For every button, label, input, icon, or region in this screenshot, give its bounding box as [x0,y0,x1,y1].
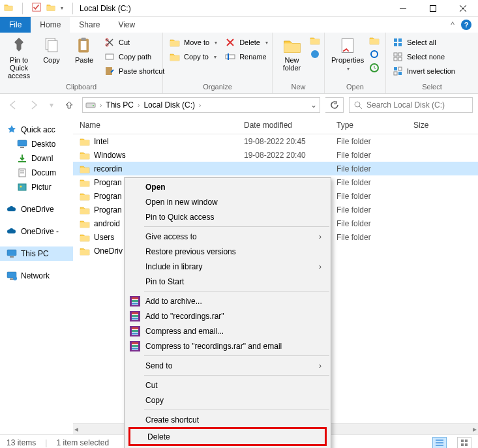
paste-label: Paste [75,56,93,64]
new-folder-button[interactable]: New folder [276,35,307,73]
nav-documents[interactable]: Docum [0,166,73,180]
copy-to-button[interactable]: Copy to▾ [167,50,220,64]
open-icon[interactable] [369,35,380,48]
back-button[interactable] [5,97,21,113]
paste-shortcut-label: Paste shortcut [119,67,164,75]
copy-path-button[interactable]: Copy path [102,50,167,64]
copy-to-label: Copy to [184,53,209,61]
svg-point-25 [371,51,378,57]
close-button[interactable] [448,0,478,17]
svg-rect-15 [81,41,87,50]
qat-checkbox-icon[interactable] [32,3,41,14]
invert-selection-button[interactable]: Invert selection [390,64,458,78]
col-date[interactable]: Date modified [244,121,336,130]
easy-access-icon[interactable] [310,49,320,61]
select-all-button[interactable]: Select all [390,35,458,50]
pin-to-quick-access-button[interactable]: Pin to Quick access [4,35,34,81]
svg-rect-54 [465,440,468,442]
file-name: android [94,219,120,228]
properties-button[interactable]: Properties▾ [329,35,366,74]
qat-dropdown-icon[interactable]: ▾ [61,5,63,11]
delete-button[interactable]: Delete▾ [222,35,271,50]
ctx-give-access[interactable]: Give access to› [125,229,331,244]
folder-icon [80,191,90,202]
ctx-restore-versions[interactable]: Restore previous versions [125,244,331,259]
minimize-button[interactable] [388,0,418,17]
address-bar[interactable]: › This PC › Local Disk (C:) › ⌄ [82,97,320,113]
tab-view[interactable]: View [109,17,144,33]
collapse-ribbon-icon[interactable]: ^ [451,20,455,29]
up-button[interactable] [61,97,77,113]
ctx-cut[interactable]: Cut [125,378,331,393]
ctx-copy[interactable]: Copy [125,393,331,408]
maximize-button[interactable] [418,0,448,17]
ctx-pin-quick-access[interactable]: Pin to Quick access [125,209,331,224]
nav-this-pc[interactable]: This PC [0,246,73,261]
ctx-pin-start[interactable]: Pin to Start [125,274,331,289]
column-headers[interactable]: Name Date modified Type Size [73,116,478,134]
file-row[interactable]: Windows19-08-2022 20:40File folder [73,148,478,162]
nav-quick-access[interactable]: Quick acc [0,123,73,137]
folder-icon [80,136,90,147]
file-row[interactable]: recordinFile folder [73,162,478,175]
breadcrumb-this-pc[interactable]: This PC [106,100,134,110]
refresh-button[interactable] [325,97,344,113]
help-icon[interactable]: ? [461,20,471,30]
move-to-icon [170,37,180,48]
recent-dropdown[interactable]: ▾ [47,97,56,113]
ctx-compress-rar-email[interactable]: Compress to "recordings.rar" and email [125,338,331,353]
delete-label: Delete [239,38,260,46]
ctx-open-new-window[interactable]: Open in new window [125,194,331,209]
nav-downloads[interactable]: Downl [0,151,73,166]
col-size[interactable]: Size [413,121,478,130]
file-name: Progran [94,205,122,215]
cut-button[interactable]: Cut [102,35,167,50]
tab-file[interactable]: File [0,17,31,33]
ctx-open[interactable]: Open [125,179,331,194]
breadcrumb-drive[interactable]: Local Disk (C:) [143,100,195,110]
copy-button[interactable]: Copy [37,35,67,65]
nav-onedrive-2[interactable]: OneDrive - [0,224,73,239]
ctx-compress-email[interactable]: Compress and email... [125,323,331,338]
svg-rect-34 [398,57,402,61]
tab-share[interactable]: Share [70,17,109,33]
icons-view-button[interactable] [457,437,471,449]
file-row[interactable]: Intel19-08-2022 20:45File folder [73,134,478,148]
forward-button[interactable] [26,97,42,113]
col-type[interactable]: Type [336,121,413,130]
select-none-button[interactable]: Select none [390,50,458,64]
paste-shortcut-button[interactable]: Paste shortcut [102,64,167,78]
nav-onedrive[interactable]: OneDrive [0,202,73,217]
details-view-button[interactable] [432,437,447,449]
new-item-icon[interactable] [310,35,320,48]
paste-button[interactable]: Paste [69,35,99,65]
paste-shortcut-icon [104,66,115,76]
nav-network[interactable]: Network [0,269,73,283]
search-box[interactable] [349,97,473,113]
ctx-add-rar[interactable]: Add to "recordings.rar" [125,308,331,323]
search-input[interactable] [366,100,468,110]
folder-icon [80,150,90,160]
svg-rect-43 [18,161,26,162]
delete-icon [225,37,235,48]
ctx-create-shortcut[interactable]: Create shortcut [125,412,331,427]
move-to-button[interactable]: Move to▾ [167,35,220,50]
ctx-send-to[interactable]: Send to› [125,358,331,373]
svg-rect-29 [394,43,397,46]
history-icon[interactable] [369,63,380,75]
edit-icon[interactable] [369,49,380,61]
nav-desktop[interactable]: Deskto [0,137,73,151]
ctx-delete[interactable]: Delete [130,429,325,444]
folder-icon [80,218,90,229]
ctx-include-library[interactable]: Include in library› [125,259,331,274]
qat-folder-icon[interactable] [46,3,55,14]
address-dropdown-icon[interactable]: ⌄ [310,100,317,110]
file-name: Users [94,233,114,242]
nav-pictures[interactable]: Pictur [0,180,73,194]
col-name[interactable]: Name [73,121,244,130]
ctx-add-archive[interactable]: Add to archive... [125,293,331,308]
svg-rect-31 [394,53,397,56]
rename-button[interactable]: Rename [222,50,271,64]
winrar-icon [130,326,140,336]
tab-home[interactable]: Home [31,17,70,33]
